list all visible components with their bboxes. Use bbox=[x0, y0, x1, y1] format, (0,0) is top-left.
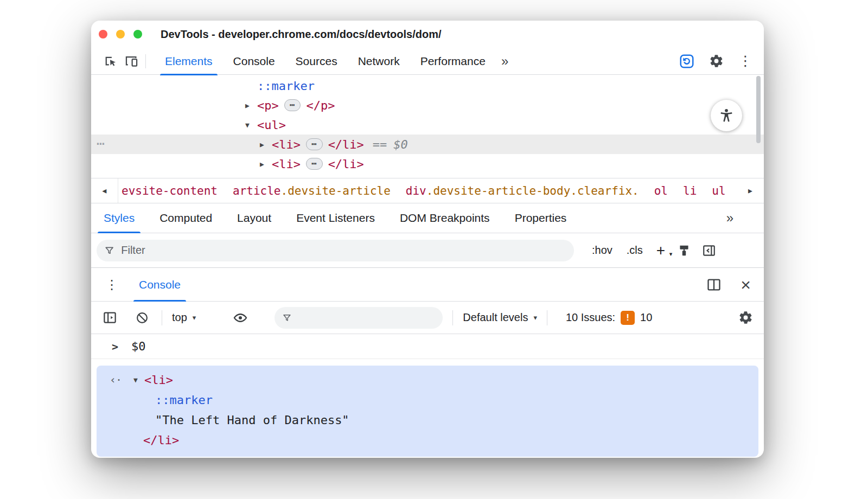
breadcrumb-item[interactable]: article.devsite-article bbox=[233, 184, 391, 197]
console-kebab-menu-icon[interactable]: ⋮ bbox=[91, 277, 128, 292]
issues-counter[interactable]: 10 Issues: ! 10 bbox=[566, 311, 652, 325]
result-line: </li> bbox=[97, 430, 758, 450]
tree-row-li-selected[interactable]: ⋯ ▶ <li> ⋯ </li> ==$0 bbox=[91, 135, 764, 154]
inline-expand-button[interactable]: ⋯ bbox=[284, 99, 301, 111]
console-result[interactable]: ‹· ▼ <li> ::marker "The Left Hand of Dar… bbox=[97, 366, 758, 457]
tree-row-li[interactable]: ▶ <li> ⋯ </li> bbox=[91, 154, 764, 174]
styles-filter-pill[interactable] bbox=[97, 240, 574, 261]
toolbar-divider bbox=[162, 310, 162, 325]
tab-dom-breakpoints[interactable]: DOM Breakpoints bbox=[387, 203, 502, 233]
tag-close: </li> bbox=[143, 430, 179, 450]
tab-console-drawer[interactable]: Console bbox=[128, 268, 192, 301]
context-selector[interactable]: top ▾ bbox=[172, 311, 196, 324]
breadcrumb-next-button[interactable]: ▶ bbox=[737, 178, 764, 203]
elements-scrollbar[interactable] bbox=[756, 76, 761, 143]
tag-open: <li> bbox=[144, 370, 173, 390]
console-command: > $0 bbox=[91, 334, 764, 359]
breadcrumb-item[interactable]: ul bbox=[712, 184, 725, 197]
issues-label: 10 Issues: bbox=[566, 311, 615, 324]
device-toolbar-icon[interactable] bbox=[120, 50, 142, 72]
collapse-icon[interactable]: ▼ bbox=[133, 370, 144, 390]
styles-toolbar-actions: :hov .cls +▾ bbox=[585, 238, 722, 263]
accessibility-button[interactable] bbox=[711, 100, 742, 131]
tab-performance[interactable]: Performance bbox=[410, 48, 496, 75]
styles-filter-input[interactable] bbox=[121, 244, 566, 257]
window-title: DevTools - developer.chrome.com/docs/dev… bbox=[161, 28, 442, 41]
breadcrumb-item[interactable]: evsite-content bbox=[122, 184, 218, 197]
tab-elements[interactable]: Elements bbox=[155, 48, 223, 75]
tab-layout[interactable]: Layout bbox=[225, 203, 284, 233]
tree-row-p[interactable]: ▶ <p> ⋯ </p> bbox=[91, 95, 764, 115]
inspect-cursor-icon bbox=[103, 54, 117, 68]
panel-tabs: Elements Console Sources Network Perform… bbox=[155, 48, 496, 75]
inline-expand-button[interactable]: ⋯ bbox=[306, 138, 323, 150]
breadcrumb-item[interactable]: ol bbox=[654, 184, 668, 197]
tab-styles[interactable]: Styles bbox=[91, 203, 147, 233]
exclaim-glyph: ! bbox=[626, 312, 629, 323]
breadcrumb-item[interactable]: li bbox=[683, 184, 697, 197]
new-style-rule-button[interactable]: +▾ bbox=[650, 242, 672, 259]
hov-toggle[interactable]: :hov bbox=[585, 244, 620, 257]
console-filter-input[interactable] bbox=[298, 311, 435, 324]
console-settings-icon[interactable] bbox=[736, 308, 755, 328]
breadcrumb: evsite-content article.devsite-article d… bbox=[118, 178, 737, 203]
funnel-icon bbox=[104, 245, 114, 256]
funnel-icon bbox=[282, 312, 292, 323]
kebab-menu-icon[interactable]: ⋮ bbox=[735, 50, 756, 72]
titlebar: DevTools - developer.chrome.com/docs/dev… bbox=[91, 21, 764, 48]
crumb-element: li bbox=[683, 184, 697, 197]
tab-computed[interactable]: Computed bbox=[147, 203, 225, 233]
close-drawer-button[interactable]: × bbox=[741, 276, 751, 293]
expand-icon[interactable]: ▶ bbox=[245, 101, 257, 110]
log-levels-selector[interactable]: Default levels ▾ bbox=[463, 311, 537, 324]
styles-sidebar-tabs: Styles Computed Layout Event Listeners D… bbox=[91, 203, 764, 233]
close-window-button[interactable] bbox=[99, 30, 107, 39]
gutter-overflow-icon[interactable]: ⋯ bbox=[97, 136, 105, 151]
eye-icon bbox=[233, 310, 248, 325]
breadcrumb-item[interactable]: div.devsite-article-body.clearfix. bbox=[406, 184, 639, 197]
toggle-sidebar-icon[interactable] bbox=[697, 238, 722, 263]
breadcrumb-prev-button[interactable]: ◀ bbox=[91, 178, 118, 203]
caret-down-icon: ▾ bbox=[193, 314, 196, 322]
inspect-element-icon[interactable] bbox=[99, 50, 120, 72]
tab-event-listeners[interactable]: Event Listeners bbox=[284, 203, 387, 233]
inline-expand-button[interactable]: ⋯ bbox=[306, 158, 323, 170]
expand-icon[interactable]: ▶ bbox=[260, 140, 272, 149]
traffic-lights bbox=[91, 30, 142, 39]
split-panel-icon[interactable] bbox=[701, 272, 726, 297]
tab-console[interactable]: Console bbox=[223, 48, 285, 75]
paintbrush-icon[interactable] bbox=[672, 238, 697, 263]
kebab-glyph: ⋮ bbox=[738, 53, 752, 69]
tab-label: Computed bbox=[159, 212, 212, 225]
gear-icon bbox=[738, 310, 753, 325]
refresh-icon[interactable] bbox=[676, 50, 698, 72]
tree-row-ul[interactable]: ▼ <ul> bbox=[91, 115, 764, 135]
tag-open: <p> bbox=[257, 99, 279, 112]
collapse-icon[interactable]: ▼ bbox=[245, 121, 257, 129]
toolbar-divider bbox=[547, 310, 547, 325]
clear-console-button[interactable] bbox=[132, 308, 152, 328]
tree-row-marker[interactable]: ::marker bbox=[91, 76, 764, 95]
more-tabs-icon[interactable]: » bbox=[726, 210, 733, 226]
console-filter-pill[interactable] bbox=[275, 307, 443, 329]
cls-toggle[interactable]: .cls bbox=[620, 244, 650, 257]
plus-icon: + bbox=[656, 242, 665, 259]
text-node: "The Left Hand of Darkness" bbox=[155, 410, 349, 430]
console-sidebar-icon[interactable] bbox=[100, 308, 119, 328]
tab-label: Console bbox=[233, 55, 275, 68]
tab-label: DOM Breakpoints bbox=[400, 212, 490, 225]
live-expression-button[interactable] bbox=[231, 308, 250, 328]
crumb-classes: .devsite-article-body.clearfix. bbox=[426, 184, 639, 197]
tab-network[interactable]: Network bbox=[348, 48, 410, 75]
breadcrumb-bar: ◀ evsite-content article.devsite-article… bbox=[91, 178, 764, 203]
zoom-window-button[interactable] bbox=[133, 30, 142, 39]
more-panels-icon[interactable]: » bbox=[496, 54, 514, 69]
expand-icon[interactable]: ▶ bbox=[260, 160, 272, 168]
minimize-window-button[interactable] bbox=[116, 30, 125, 39]
crumb-classes: .devsite-article bbox=[281, 184, 391, 197]
settings-gear-icon[interactable] bbox=[705, 50, 727, 72]
output-marker-icon: ‹· bbox=[110, 370, 133, 390]
tab-sources[interactable]: Sources bbox=[285, 48, 348, 75]
issues-icon: ! bbox=[621, 311, 635, 325]
tab-properties[interactable]: Properties bbox=[502, 203, 579, 233]
